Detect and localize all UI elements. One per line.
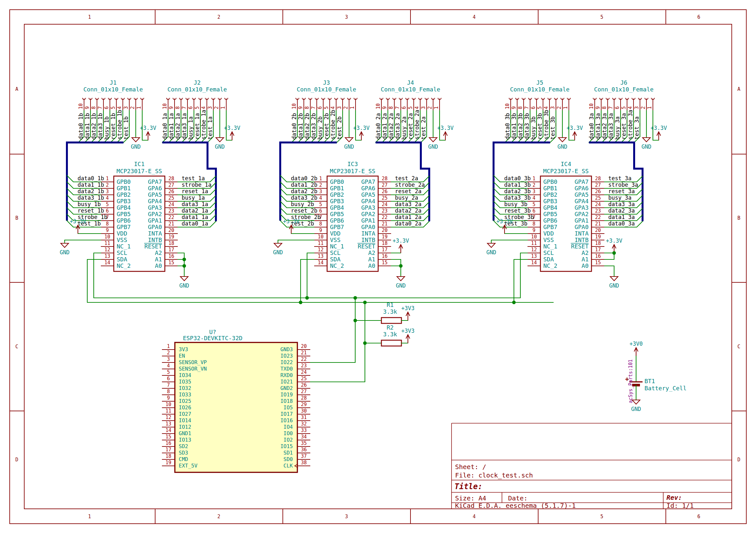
svg-text:strobe_2a: strobe_2a (414, 110, 420, 140)
svg-text:7: 7 (395, 106, 400, 109)
svg-text:IO0: IO0 (283, 430, 293, 436)
svg-text:27: 27 (301, 389, 307, 394)
svg-text:A: A (15, 86, 18, 92)
svg-text:busy_1b: busy_1b (103, 116, 110, 140)
svg-text:17: 17 (595, 247, 601, 253)
svg-text:SD0: SD0 (283, 456, 293, 462)
svg-text:11: 11 (318, 240, 324, 246)
svg-text:data3_2b: data3_2b (291, 194, 317, 201)
svg-text:25: 25 (301, 376, 307, 381)
svg-text:8: 8 (601, 106, 607, 109)
svg-text:5: 5 (532, 202, 535, 208)
svg-text:reset_3b: reset_3b (537, 113, 543, 140)
svg-text:busy_1a: busy_1a (188, 116, 194, 140)
svg-text:3: 3 (421, 106, 426, 109)
svg-text:+3.3V: +3.3V (393, 238, 409, 244)
svg-text:data1_3a: data1_3a (608, 214, 635, 220)
titleblock-date: Date: (508, 494, 528, 502)
svg-text:test_3b: test_3b (549, 116, 556, 140)
svg-text:Conn_01x10_Female: Conn_01x10_Female (381, 86, 440, 93)
svg-text:CLK: CLK (283, 463, 293, 469)
svg-text:GPB5: GPB5 (330, 211, 344, 217)
svg-text:1: 1 (106, 176, 109, 182)
svg-text:3: 3 (634, 106, 640, 109)
svg-text:INTA: INTA (148, 230, 162, 237)
svg-text:GND2: GND2 (280, 385, 293, 391)
svg-text:U?: U? (209, 328, 216, 335)
svg-text:A2: A2 (581, 249, 589, 256)
svg-text:22: 22 (382, 214, 388, 220)
svg-text:35: 35 (301, 440, 307, 446)
svg-text:MCP23017-E_SS: MCP23017-E_SS (330, 168, 376, 175)
svg-text:3.3k: 3.3k (383, 308, 397, 315)
svg-text:NC_1: NC_1 (330, 243, 344, 250)
titleblock-title-label: Title: (454, 482, 482, 491)
svg-text:J1: J1 (109, 79, 117, 86)
svg-text:test_2a: test_2a (420, 116, 427, 140)
svg-text:Conn_01x10_Female: Conn_01x10_Female (167, 86, 227, 93)
svg-text:11: 11 (104, 240, 110, 246)
svg-text:EN: EN (179, 353, 185, 359)
svg-text:3: 3 (207, 106, 213, 109)
svg-text:21: 21 (168, 221, 174, 227)
svg-text:23: 23 (168, 208, 174, 214)
svg-text:7: 7 (167, 382, 170, 388)
svg-text:IO12: IO12 (179, 424, 191, 430)
svg-text:21: 21 (301, 350, 307, 356)
svg-text:GPB0: GPB0 (543, 178, 557, 185)
svg-text:GPB1: GPB1 (330, 185, 344, 192)
svg-text:B: B (15, 215, 18, 221)
svg-text:RESET: RESET (571, 243, 589, 250)
svg-text:EXT_5V: EXT_5V (179, 463, 197, 469)
svg-text:6: 6 (319, 208, 322, 214)
svg-text:GPB1: GPB1 (543, 185, 557, 192)
svg-text:GPA7: GPA7 (575, 178, 589, 185)
svg-text:IO15: IO15 (280, 443, 293, 449)
svg-text:R1: R1 (387, 301, 394, 308)
svg-text:17: 17 (168, 247, 174, 253)
svg-text:8: 8 (167, 389, 170, 394)
svg-text:test_3a: test_3a (633, 116, 640, 140)
svg-text:GPA0: GPA0 (148, 224, 162, 230)
svg-text:INTA: INTA (361, 230, 376, 237)
svg-text:19: 19 (382, 234, 388, 240)
svg-text:data3_1a: data3_1a (181, 113, 188, 140)
svg-text:busy_1b: busy_1b (77, 201, 101, 208)
svg-text:6: 6 (188, 106, 193, 109)
svg-text:22: 22 (301, 356, 307, 362)
svg-text:BT1: BT1 (645, 378, 655, 384)
svg-text:data1_2b: data1_2b (291, 182, 317, 188)
svg-text:GPB2: GPB2 (330, 191, 344, 198)
svg-text:IO34: IO34 (179, 372, 191, 378)
svg-text:busy_2a: busy_2a (395, 194, 418, 201)
svg-text:data0_3b: data0_3b (504, 113, 511, 140)
svg-text:A0: A0 (155, 262, 162, 269)
svg-text:GPB7: GPB7 (330, 224, 344, 230)
svg-text:19: 19 (165, 460, 171, 465)
svg-text:GPB5: GPB5 (117, 211, 131, 217)
svg-text:IO19: IO19 (280, 392, 293, 398)
schematic-canvas[interactable]: 112233445566AABBCCDD J1Conn_01x10_Female… (0, 0, 756, 535)
svg-text:36: 36 (301, 447, 307, 453)
svg-text:4: 4 (627, 106, 633, 109)
svg-text:strobe_1a: strobe_1a (182, 182, 211, 188)
svg-text:26: 26 (595, 189, 601, 194)
svg-text:10: 10 (104, 234, 110, 240)
svg-text:4: 4 (330, 106, 336, 109)
svg-text:A1: A1 (155, 256, 162, 263)
svg-text:GPB2: GPB2 (543, 191, 557, 198)
svg-text:A0: A0 (368, 262, 375, 269)
svg-text:GPA3: GPA3 (148, 204, 162, 211)
svg-text:strobe_3b: strobe_3b (543, 110, 549, 140)
svg-text:GPA2: GPA2 (361, 211, 375, 217)
svg-text:+3.3V: +3.3V (496, 218, 512, 225)
svg-text:29: 29 (301, 402, 307, 408)
titleblock-rev-label: Rev: (666, 493, 682, 501)
svg-text:GPA1: GPA1 (575, 217, 589, 224)
svg-text:busy_1a: busy_1a (182, 194, 205, 201)
svg-text:14: 14 (318, 260, 324, 266)
svg-text:3: 3 (106, 189, 109, 194)
svg-text:3: 3 (319, 189, 322, 194)
svg-text:busy_2b: busy_2b (291, 201, 314, 208)
svg-text:3.3k: 3.3k (383, 331, 397, 338)
